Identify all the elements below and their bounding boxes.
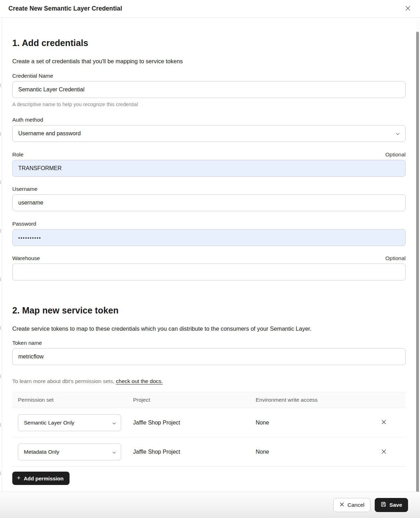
auth-method-label: Auth method bbox=[12, 116, 43, 123]
permission-sets-info: To learn more about dbt's permission set… bbox=[12, 378, 406, 385]
modal-body: 1. Add credentials Create a set of crede… bbox=[2, 18, 416, 492]
password-input[interactable] bbox=[12, 229, 406, 246]
column-header-permission-set: Permission set bbox=[18, 397, 133, 403]
env-write-access-cell: None bbox=[256, 420, 380, 426]
permission-set-value: Semantic Layer Only bbox=[24, 420, 74, 426]
modal-footer: Cancel Save bbox=[0, 492, 420, 518]
docs-text: To learn more about dbt's permission set… bbox=[12, 378, 116, 384]
env-write-access-cell: None bbox=[256, 449, 380, 455]
remove-permission-button[interactable] bbox=[380, 448, 388, 456]
credential-name-label: Credential Name bbox=[12, 72, 53, 79]
add-permission-label: Add permission bbox=[24, 475, 64, 481]
column-header-project: Project bbox=[133, 397, 256, 403]
username-input[interactable] bbox=[12, 194, 406, 211]
role-input[interactable] bbox=[12, 160, 406, 177]
username-label: Username bbox=[12, 186, 38, 192]
permission-set-select[interactable]: Metadata Only bbox=[18, 443, 121, 460]
cancel-x-icon bbox=[339, 502, 344, 509]
permission-set-select[interactable]: Semantic Layer Only bbox=[18, 414, 121, 431]
modal-header: Create New Semantic Layer Credential bbox=[0, 0, 420, 18]
role-label: Role bbox=[12, 151, 24, 158]
project-cell: Jaffle Shop Project bbox=[133, 449, 256, 455]
column-header-env-write-access: Environment write access bbox=[256, 397, 380, 403]
table-row: Semantic Layer Only Jaffle Shop Project … bbox=[12, 408, 406, 437]
auth-method-select[interactable]: Username and password bbox=[12, 125, 406, 142]
chevron-down-icon bbox=[112, 420, 116, 426]
background-page-edge bbox=[0, 18, 2, 518]
table-row: Metadata Only Jaffle Shop Project None bbox=[12, 437, 406, 466]
token-name-input[interactable] bbox=[12, 348, 406, 365]
credential-name-input[interactable] bbox=[12, 81, 406, 98]
section-1-heading: 1. Add credentials bbox=[12, 38, 406, 48]
warehouse-optional-tag: Optional bbox=[385, 255, 406, 261]
save-icon bbox=[381, 501, 386, 509]
project-cell: Jaffle Shop Project bbox=[133, 420, 256, 426]
remove-icon bbox=[381, 449, 387, 455]
cancel-label: Cancel bbox=[348, 502, 365, 508]
chevron-down-icon bbox=[396, 130, 400, 137]
warehouse-label: Warehouse bbox=[12, 255, 40, 261]
auth-method-value: Username and password bbox=[18, 130, 81, 137]
section-2-heading: 2. Map new service token bbox=[12, 305, 406, 316]
docs-link[interactable]: check out the docs. bbox=[116, 378, 163, 384]
permissions-table-header: Permission set Project Environment write… bbox=[12, 392, 406, 408]
close-icon bbox=[405, 5, 411, 13]
modal-title: Create New Semantic Layer Credential bbox=[8, 5, 122, 12]
save-label: Save bbox=[389, 502, 402, 508]
remove-icon bbox=[381, 419, 387, 426]
section-1-description: Create a set of credentials that you'll … bbox=[12, 58, 406, 65]
chevron-down-icon bbox=[112, 449, 116, 455]
scrollbar-thumb[interactable] bbox=[416, 32, 419, 493]
role-optional-tag: Optional bbox=[385, 151, 406, 158]
warehouse-input[interactable] bbox=[12, 264, 406, 280]
token-name-label: Token name bbox=[12, 339, 42, 346]
credential-name-helper: A descriptive name to help you recognize… bbox=[12, 101, 406, 108]
scrollbar-track[interactable] bbox=[416, 18, 420, 518]
permission-set-value: Metadata Only bbox=[24, 449, 59, 455]
add-permission-button[interactable]: + Add permission bbox=[12, 472, 70, 485]
plus-icon: + bbox=[17, 475, 21, 481]
permissions-table: Permission set Project Environment write… bbox=[12, 392, 406, 467]
password-label: Password bbox=[12, 220, 36, 227]
section-2-description: Create service tokens to map to these cr… bbox=[12, 325, 406, 332]
save-button[interactable]: Save bbox=[375, 498, 408, 512]
create-credential-modal: Create New Semantic Layer Credential 1. … bbox=[0, 0, 420, 518]
close-button[interactable] bbox=[403, 4, 412, 13]
remove-permission-button[interactable] bbox=[380, 419, 388, 427]
cancel-button[interactable]: Cancel bbox=[333, 498, 370, 512]
